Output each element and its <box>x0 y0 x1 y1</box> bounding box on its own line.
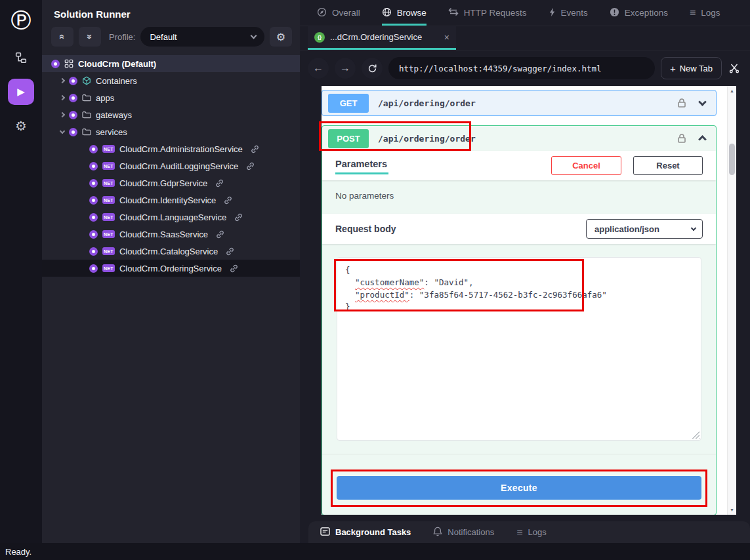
tree-item-label: Containers <box>96 76 137 86</box>
close-tab-icon[interactable]: × <box>444 32 449 43</box>
tree-item-gateways[interactable]: gateways <box>42 106 300 123</box>
content-type-value: application/json <box>594 224 686 234</box>
lines-icon: ≡ <box>690 8 696 18</box>
folder-icon <box>82 111 91 119</box>
browser-toolbar: ← → + New Tab <box>300 50 750 86</box>
link-icon[interactable] <box>224 196 232 205</box>
chevron-up-icon[interactable] <box>698 135 707 144</box>
dock-item-notifications[interactable]: Notifications <box>433 527 494 538</box>
scroll-down-icon[interactable]: ▼ <box>728 508 736 512</box>
dock-item-background-tasks[interactable]: Background Tasks <box>320 527 411 538</box>
compass-icon <box>317 7 327 19</box>
status-dot-icon <box>89 264 98 273</box>
lock-icon[interactable] <box>677 133 686 144</box>
get-endpoint-row[interactable]: GET /api/ordering/order <box>322 90 716 115</box>
status-dot-icon <box>89 145 98 153</box>
dotnet-icon: NET <box>102 247 115 255</box>
profile-select[interactable]: Default <box>140 27 264 47</box>
refresh-icon[interactable] <box>362 58 383 79</box>
service-label: CloudCrm.CatalogService <box>119 247 218 256</box>
expand-all-button[interactable]: » <box>79 27 101 47</box>
service-item-language[interactable]: NET CloudCrm.LanguageService <box>42 209 300 226</box>
post-endpoint-row[interactable]: POST /api/ordering/order <box>322 126 716 151</box>
dock-item-label: Notifications <box>448 527 494 537</box>
status-dot-icon <box>69 77 77 85</box>
scissors-icon[interactable] <box>729 63 740 73</box>
tab-exceptions[interactable]: Exceptions <box>610 0 668 26</box>
execute-button[interactable]: Execute <box>337 476 701 500</box>
tree-item-containers[interactable]: Containers <box>42 72 300 89</box>
forward-icon[interactable]: → <box>335 58 356 79</box>
link-icon[interactable] <box>215 179 224 188</box>
service-item-administration[interactable]: NET CloudCrm.AdministrationService <box>42 140 300 157</box>
scrollbar-thumb[interactable] <box>729 144 735 175</box>
collapse-all-button[interactable]: « <box>51 27 73 47</box>
post-endpoint-body: Parameters Cancel Reset No parameters Re… <box>322 151 716 515</box>
reset-button[interactable]: Reset <box>633 156 703 175</box>
service-item-auditlogging[interactable]: NET CloudCrm.AuditLoggingService <box>42 157 300 174</box>
chevron-down-icon[interactable] <box>698 98 707 106</box>
globe-icon <box>382 7 392 19</box>
service-item-identity[interactable]: NET CloudCrm.IdentityService <box>42 191 300 209</box>
lock-icon[interactable] <box>677 98 686 108</box>
request-body-editor[interactable]: { "customerName": "David", "productId": … <box>337 257 701 441</box>
link-icon[interactable] <box>234 213 243 222</box>
status-dot-icon <box>69 94 77 102</box>
request-body-label: Request body <box>335 224 396 234</box>
profile-label: Profile: <box>109 32 135 42</box>
link-icon[interactable] <box>226 247 234 256</box>
url-input[interactable] <box>388 57 655 79</box>
dotnet-icon: NET <box>102 196 115 204</box>
service-item-catalog[interactable]: NET CloudCrm.CatalogService <box>42 243 300 260</box>
tree-item-services[interactable]: services <box>42 123 300 140</box>
tree-item-root[interactable]: CloudCrm (Default) <box>42 55 300 72</box>
settings-gear-icon[interactable]: ⚙ <box>8 114 34 138</box>
post-method-badge: POST <box>328 129 369 148</box>
tab-logs[interactable]: ≡ Logs <box>690 0 720 26</box>
service-item-ordering[interactable]: NET CloudCrm.OrderingService <box>42 260 300 277</box>
new-tab-label: New Tab <box>680 64 713 73</box>
lightning-icon <box>549 7 556 19</box>
chevron-right-icon <box>60 95 65 100</box>
browser-tab-orderingservice[interactable]: {} ...dCrm.OrderingService × <box>308 26 456 50</box>
tab-browse[interactable]: Browse <box>382 0 427 26</box>
dock-item-label: Logs <box>528 527 547 537</box>
profile-gear-icon[interactable]: ⚙ <box>270 27 292 47</box>
tab-label: Events <box>561 8 588 18</box>
content-type-select[interactable]: application/json <box>586 219 703 239</box>
browser-viewport: GET /api/ordering/order POST /api/orderi… <box>322 86 736 515</box>
link-icon[interactable] <box>246 162 255 170</box>
back-icon[interactable]: ← <box>308 58 329 79</box>
tree-item-apps[interactable]: apps <box>42 89 300 106</box>
status-dot-icon <box>89 179 98 188</box>
tab-overall[interactable]: Overall <box>317 0 360 26</box>
dock-item-logs[interactable]: ≡ Logs <box>516 527 547 538</box>
tab-http-requests[interactable]: HTTP Requests <box>448 0 527 26</box>
solution-tree-icon[interactable] <box>8 46 34 70</box>
link-icon[interactable] <box>251 145 259 153</box>
cancel-button[interactable]: Cancel <box>551 156 621 175</box>
link-icon[interactable] <box>230 264 238 273</box>
swap-arrows-icon <box>448 7 459 18</box>
folder-icon <box>82 128 91 136</box>
service-label: CloudCrm.AuditLoggingService <box>119 161 238 171</box>
bottom-dock: Background Tasks Notifications ≡ Logs <box>308 521 750 543</box>
chevrons-up-icon: « <box>57 34 68 39</box>
scrollbar[interactable]: ▲ ▼ <box>727 86 736 515</box>
service-item-saas[interactable]: NET CloudCrm.SaasService <box>42 226 300 243</box>
status-text: Ready. <box>5 547 31 557</box>
resize-handle[interactable] <box>692 431 699 439</box>
run-play-icon[interactable]: ▶ <box>8 79 34 105</box>
chevron-down-icon <box>251 33 257 39</box>
link-icon[interactable] <box>216 230 224 239</box>
service-item-gdpr[interactable]: NET CloudCrm.GdprService <box>42 174 300 191</box>
json-key-productid: "productId" <box>355 290 409 300</box>
tab-events[interactable]: Events <box>549 0 588 26</box>
status-dot-icon <box>89 196 98 205</box>
scroll-up-icon[interactable]: ▲ <box>728 89 736 93</box>
json-key-customername: "customerName" <box>355 277 424 287</box>
container-icon <box>82 76 91 85</box>
new-tab-button[interactable]: + New Tab <box>661 57 722 79</box>
panel-title: Solution Runner <box>42 0 300 27</box>
browser-tab-title: ...dCrm.OrderingService <box>330 32 439 42</box>
